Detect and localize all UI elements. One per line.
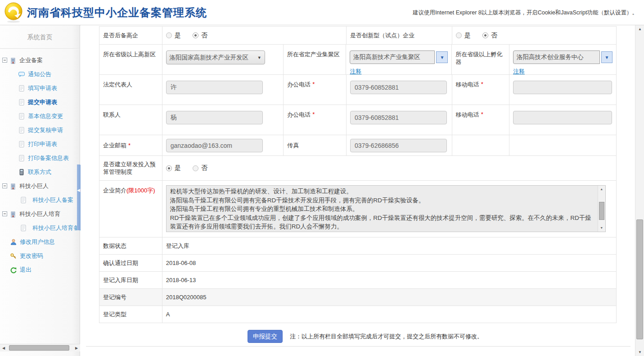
sidebar-item-contact-info[interactable]: 联系方式 xyxy=(0,165,80,179)
page-title: 河南省科技型中小企业备案管理系统 xyxy=(27,5,207,20)
submit-button[interactable]: 申报提交 xyxy=(248,330,283,343)
sidebar-item-submit-review[interactable]: 提交复核申请 xyxy=(0,123,80,137)
mobile-phone-input[interactable] xyxy=(513,81,612,94)
char-limit-label: (限1000字) xyxy=(126,187,155,194)
field-label: 法定代表人 xyxy=(103,81,132,88)
chevron-down-icon: ▼ xyxy=(257,55,261,60)
sidebar-home-label: 系统首页 xyxy=(0,25,80,49)
row-register-type: 登记类型 A xyxy=(99,306,616,323)
office-phone-input[interactable] xyxy=(350,81,447,94)
field-label: 传真 xyxy=(287,141,299,149)
sidebar-item-submit-application[interactable]: 提交申请表 xyxy=(0,95,80,109)
email-input[interactable] xyxy=(166,139,263,152)
app-logo-icon xyxy=(4,2,23,23)
document-icon xyxy=(18,99,25,106)
building-icon xyxy=(9,210,17,218)
sidebar-horizontal-scrollbar[interactable]: ◀ ▶ xyxy=(0,344,80,351)
industry-cluster-note-link[interactable]: 注释 xyxy=(350,68,361,75)
required-asterisk: * xyxy=(481,111,483,118)
radio-no[interactable]: 否 xyxy=(193,164,207,172)
scroll-down-icon[interactable]: ▼ xyxy=(635,348,644,356)
field-label: 办公电话 xyxy=(287,111,311,119)
incubator-input[interactable]: 洛阳高技术创业服务中心 xyxy=(513,50,600,64)
radio-yes[interactable]: 是 xyxy=(456,32,471,40)
page-vertical-scrollbar[interactable]: ▲ ▼ xyxy=(635,25,644,356)
phone-icon xyxy=(18,169,25,176)
data-status-value: 登记入库 xyxy=(166,242,189,250)
field-label: 所在省定产业集聚区 xyxy=(287,50,340,58)
radio-circle-icon xyxy=(482,32,488,38)
confirm-date-value: 2018-06-08 xyxy=(166,260,196,266)
row-email-fax: 企业邮箱* 传真 xyxy=(99,135,616,156)
row-rd-budget: 是否建立研发投入预算管理制度 是 否 xyxy=(99,156,616,181)
sidebar: 系统首页 企业备案 通知公告 填写申请表 xyxy=(0,25,80,356)
vertical-scroll-thumb[interactable] xyxy=(636,219,643,339)
browser-notice: 建议使用Internet Explorer 8以上版本浏览器，开启Cookie和… xyxy=(413,9,638,17)
sidebar-tree: 企业备案 通知公告 填写申请表 提交申请表 xyxy=(0,49,80,277)
building-icon xyxy=(9,183,17,190)
sidebar-item-edit-user-info[interactable]: 修改用户信息 xyxy=(0,235,80,249)
scroll-up-icon[interactable]: ▲ xyxy=(598,186,605,192)
submit-row: 申报提交 注：以上所有栏目全部填写完成后才可提交，提交之后所有数据不可修改。 xyxy=(99,330,617,343)
scroll-right-icon[interactable]: ▶ xyxy=(73,344,80,352)
collapse-minus-icon[interactable] xyxy=(2,58,7,63)
collapse-minus-icon[interactable] xyxy=(2,183,7,188)
horizontal-scroll-thumb[interactable] xyxy=(9,345,69,351)
sidebar-item-logout[interactable]: 退出 xyxy=(0,263,80,277)
contact-person-input[interactable] xyxy=(166,111,263,124)
field-label: 企业邮箱 xyxy=(103,141,126,149)
field-label: 数据状态 xyxy=(103,242,126,250)
row-zones: 所在省级以上高新区 洛阳国家高新技术产业开发区 ▼ 所在省定产业集聚区 洛阳高新… xyxy=(99,45,616,75)
radio-no[interactable]: 否 xyxy=(482,32,497,40)
row-register-no: 登记编号 2018Q0200085 xyxy=(99,289,616,306)
legal-rep-input[interactable] xyxy=(166,81,263,94)
sidebar-item-tech-giant[interactable]: 科技小巨人 xyxy=(0,179,80,193)
field-label: 是否后备高企 xyxy=(103,32,138,39)
industry-cluster-input[interactable]: 洛阳高新技术产业集聚区 xyxy=(350,50,435,64)
sidebar-item-tech-giant-cultivation[interactable]: 科技小巨人培育 xyxy=(0,207,80,221)
radio-yes[interactable]: 是 xyxy=(166,32,181,40)
document-icon xyxy=(18,85,25,92)
radio-no[interactable]: 否 xyxy=(193,32,207,40)
textarea-scrollbar[interactable]: ▲ ▼ xyxy=(598,186,605,232)
register-type-value: A xyxy=(166,311,170,318)
scroll-up-icon[interactable]: ▲ xyxy=(635,25,644,33)
sidebar-item-print-filing-info[interactable]: 打印备案信息表 xyxy=(0,151,80,165)
mobile-phone-input[interactable] xyxy=(513,111,612,124)
radio-circle-icon xyxy=(193,165,198,171)
scroll-left-icon[interactable]: ◀ xyxy=(0,344,7,352)
scroll-down-icon[interactable]: ▼ xyxy=(598,225,605,231)
document-icon xyxy=(18,113,25,120)
company-profile-text: 粒机等大型传达加热干燥机的的研发、设计、加工制造和工程建设。 洛阳瑞岛干燥工程有… xyxy=(167,186,597,232)
chevron-left-icon: ◀ xyxy=(77,188,80,192)
sidebar-item-enterprise-filing[interactable]: 企业备案 xyxy=(0,53,80,67)
sidebar-item-change-password[interactable]: 更改密码 xyxy=(0,249,80,263)
sidebar-item-tech-giant-cultivation-filing[interactable]: 科技小巨人培育备案 xyxy=(0,221,80,235)
sidebar-item-tech-giant-filing[interactable]: 科技小巨人备案 xyxy=(0,193,80,207)
field-label: 办公电话 xyxy=(287,81,311,88)
textarea-scroll-thumb[interactable] xyxy=(599,202,604,220)
footer-divider xyxy=(86,346,630,347)
field-label: 联系人 xyxy=(103,111,121,119)
field-label: 登记入库日期 xyxy=(103,276,138,284)
office-phone-input[interactable] xyxy=(350,111,447,124)
hightech-zone-select[interactable]: 洛阳国家高新技术产业开发区 ▼ xyxy=(166,50,265,64)
field-label: 企业简介 xyxy=(103,187,126,194)
radio-circle-icon xyxy=(456,32,462,38)
radio-yes[interactable]: 是 xyxy=(166,164,181,172)
fax-input[interactable] xyxy=(350,139,447,152)
sidebar-item-basic-info-change[interactable]: 基本信息变更 xyxy=(0,109,80,123)
incubator-note-link[interactable]: 注释 xyxy=(513,68,525,75)
collapse-minus-icon[interactable] xyxy=(2,211,7,216)
key-icon xyxy=(10,252,17,260)
user-icon xyxy=(10,238,17,246)
company-profile-textarea[interactable]: 粒机等大型传达加热干燥机的的研发、设计、加工制造和工程建设。 洛阳瑞岛干燥工程有… xyxy=(166,185,606,232)
incubator-dropdown-button[interactable]: ▼ xyxy=(601,51,612,63)
document-icon xyxy=(18,155,25,162)
application-form-table: 是否后备高企 是 否 是否创新型（试点）企业 是 否 所在省级以上高新区 洛阳国… xyxy=(99,26,617,323)
industry-cluster-dropdown-button[interactable]: ▼ xyxy=(436,51,448,63)
required-asterisk: * xyxy=(128,142,131,149)
sidebar-item-fill-application[interactable]: 填写申请表 xyxy=(0,81,80,95)
sidebar-item-print-application[interactable]: 打印申请表 xyxy=(0,137,80,151)
sidebar-item-notices[interactable]: 通知公告 xyxy=(0,67,80,81)
